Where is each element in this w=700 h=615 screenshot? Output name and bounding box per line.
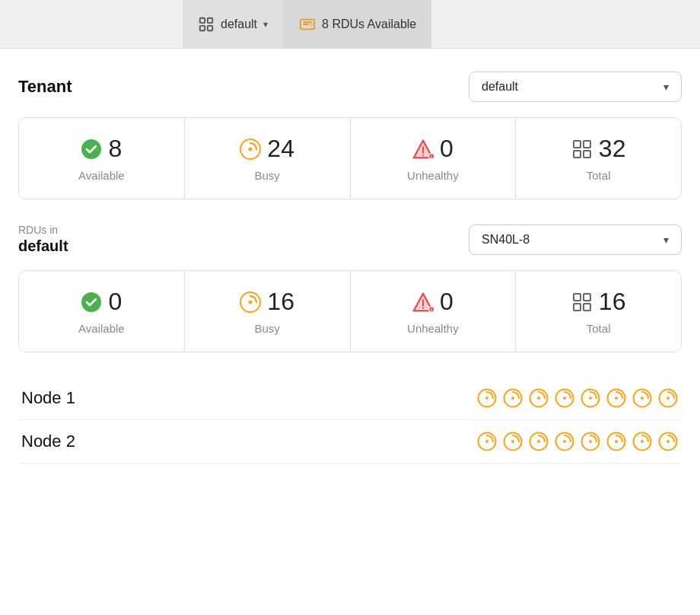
top-bar: default ▾ 8 RDUs Available [0,0,700,49]
default-tab-label: default [221,18,257,31]
tenant-unhealthy-label: Unhealthy [407,169,459,182]
node-1-busy-icon-5 [580,387,601,409]
node-2-name: Node 2 [21,432,75,451]
rdus-in-label: RDUs in [18,224,68,236]
svg-point-42 [589,397,592,400]
rdus-stat-total: 16 Total [516,271,681,352]
node-2-busy-icon-7 [632,431,653,452]
svg-point-26 [422,307,424,308]
node-2-icons [476,431,679,452]
rdus-section: RDUs in default SN40L-8 ▾ 0 [18,224,682,464]
node-2-busy-icon-6 [606,431,627,452]
unhealthy-icon: ! [412,139,434,160]
svg-text:!: ! [431,307,432,312]
tenant-stats-row: 8 Available 24 Busy [18,117,682,199]
tenant-available-label: Available [78,169,125,182]
svg-rect-15 [574,141,581,148]
node-1-busy-icon-6 [606,387,627,409]
rdus-stat-unhealthy: ! 0 Unhealthy [351,271,517,352]
node-row: Node 1 [18,377,682,420]
check-icon [81,139,102,160]
node-1-name: Node 1 [21,388,75,408]
rdus-section-header: RDUs in default SN40L-8 ▾ [18,224,682,255]
rdus-dropdown[interactable]: SN40L-8 ▾ [469,225,682,255]
node-2-busy-icon-8 [657,431,679,452]
tenant-stat-unhealthy: ! 0 Unhealthy [351,118,517,199]
tenant-section-header: Tenant default ▾ [18,72,682,102]
tenant-title: Tenant [18,77,72,97]
rdus-dropdown-label: SN40L-8 [482,233,530,247]
rdus-unhealthy-icon: ! [412,292,434,313]
node-1-busy-icon-2 [502,387,523,409]
tenant-total-count: 32 [599,135,626,163]
node-1-busy-icon-1 [476,387,498,409]
svg-point-40 [563,397,566,400]
node-1-busy-icon-3 [528,387,549,409]
tenant-available-count: 8 [108,135,122,163]
rdus-available-count: 0 [108,288,122,316]
node-2-busy-icon-3 [528,431,549,452]
tenant-busy-label: Busy [254,169,279,182]
svg-rect-30 [584,294,590,301]
node-2-busy-icon-5 [580,431,601,452]
node-1-busy-icon-4 [554,387,575,409]
svg-point-48 [667,397,670,400]
svg-point-46 [641,397,644,400]
node-2-busy-icon-1 [476,431,498,452]
rdus-unhealthy-label: Unhealthy [407,322,459,335]
busy-icon [240,139,261,160]
rdu-tab-label: 8 RDUs Available [322,18,416,31]
tenant-chevron-icon: ▾ [663,81,669,93]
svg-rect-32 [584,304,590,311]
node-2-busy-icon-4 [554,431,575,452]
svg-rect-0 [200,18,205,22]
svg-point-64 [667,440,670,443]
total-grid-icon [571,139,593,160]
rdus-title-block: RDUs in default [18,224,68,255]
tenant-dropdown[interactable]: default ▾ [469,72,682,102]
svg-point-21 [249,300,253,304]
svg-point-19 [81,292,101,312]
svg-rect-2 [200,25,205,30]
rdus-unhealthy-count: 0 [440,288,453,316]
node-list: Node 1 [18,377,682,464]
node-1-busy-icon-8 [657,387,679,409]
svg-point-54 [537,440,540,443]
svg-rect-1 [208,18,212,22]
node-2-busy-icon-2 [502,431,523,452]
svg-rect-3 [208,25,212,30]
svg-rect-17 [574,151,581,158]
tenant-dropdown-label: default [482,80,518,94]
tenant-unhealthy-count: 0 [440,135,453,163]
svg-point-50 [485,440,488,443]
rdus-total-count: 16 [599,288,626,316]
svg-point-58 [589,440,592,443]
main-content: Tenant default ▾ 8 Available [0,49,700,615]
rdus-total-label: Total [587,322,611,335]
node-2-row: Node 2 [18,420,682,464]
rdus-busy-count: 16 [267,288,294,316]
svg-point-5 [81,139,101,159]
rdus-total-grid-icon [571,292,593,313]
tenant-stat-total: 32 Total [516,118,681,199]
rdu-tab-icon [299,16,316,33]
node-1-icons [476,387,679,409]
svg-point-62 [641,440,644,443]
tenant-stat-available: 8 Available [19,118,185,199]
default-tab[interactable]: default ▾ [183,0,284,49]
svg-point-34 [485,397,488,400]
svg-point-38 [537,397,540,400]
rdus-check-icon [81,292,102,313]
grid-tab-icon [198,16,215,33]
tenant-busy-count: 24 [267,135,294,163]
tenant-total-label: Total [587,169,611,182]
rdus-stat-busy: 16 Busy [185,271,351,352]
rdus-busy-label: Busy [254,322,279,335]
rdus-stat-available: 0 Available [19,271,185,352]
tenant-stat-busy: 24 Busy [185,118,351,199]
rdus-name: default [18,237,68,255]
rdu-tab[interactable]: 8 RDUs Available [284,0,431,49]
rdus-busy-icon [240,292,261,313]
svg-point-52 [511,440,514,443]
rdus-stats-row: 0 Available 16 Busy [18,270,682,352]
